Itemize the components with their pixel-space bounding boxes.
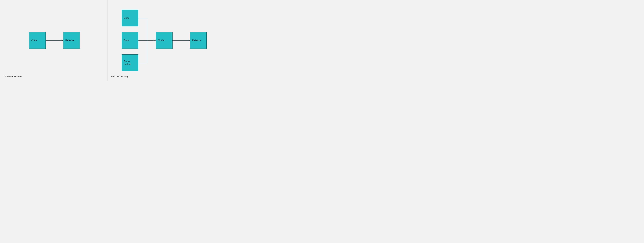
diagram-canvas: Code Release Code Data Para- meters Mode… xyxy=(0,0,215,81)
box-ml-release: Release xyxy=(190,32,207,49)
box-ml-code: Code xyxy=(122,10,138,26)
connector-parameters-to-trunk xyxy=(138,40,147,63)
box-ml-data: Data xyxy=(122,32,138,49)
box-ml-parameters: Para- meters xyxy=(122,54,138,71)
connector-code-to-trunk xyxy=(138,18,147,40)
panel-title-ml: Machine Learning xyxy=(111,75,128,78)
panel-divider xyxy=(107,0,108,81)
box-ml-model: Model xyxy=(156,32,172,49)
box-label: Release xyxy=(192,39,201,42)
box-traditional-release: Release xyxy=(63,32,80,49)
panel-title-traditional: Traditional Software xyxy=(3,75,22,78)
box-label: Data xyxy=(124,39,129,42)
box-label: Release xyxy=(65,39,74,42)
box-label: Code xyxy=(124,17,130,20)
box-label: Code xyxy=(31,39,37,42)
box-label: Model xyxy=(158,39,164,42)
box-traditional-code: Code xyxy=(29,32,46,49)
box-label: Para- meters xyxy=(124,60,131,66)
